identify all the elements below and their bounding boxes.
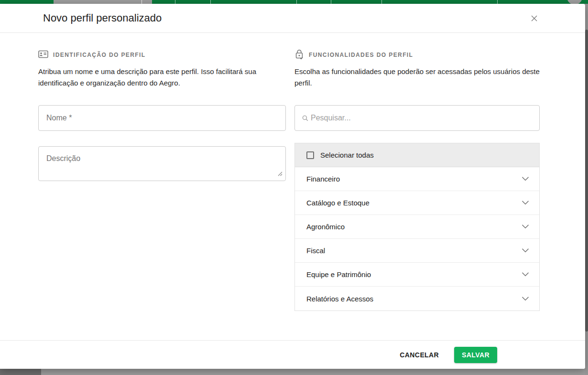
identification-heading: IDENTIFICAÇÃO DO PERFIL (53, 52, 146, 58)
tab-divider (497, 0, 498, 4)
feature-category-row[interactable]: Equipe e Patrimônio (295, 263, 539, 287)
features-description: Escolha as funcionalidades que poderão s… (294, 66, 540, 89)
chevron-down-icon[interactable] (522, 177, 529, 181)
lock-check-icon (294, 49, 304, 62)
tab-divider (296, 0, 297, 4)
chevron-down-icon[interactable] (522, 272, 529, 277)
feature-category-label: Fiscal (306, 246, 325, 255)
feature-category-label: Equipe e Patrimônio (306, 270, 371, 279)
new-profile-modal: Novo perfil personalizado (0, 4, 585, 369)
modal-body: IDENTIFICAÇÃO DO PERFIL Atribua um nome … (0, 33, 585, 311)
tab-divider (381, 0, 382, 4)
cancel-button[interactable]: CANCELAR (399, 347, 440, 363)
features-header: FUNCIONALIDADES DO PERFIL (294, 50, 540, 60)
feature-category-label: Catálogo e Estoque (306, 199, 370, 207)
feature-category-row[interactable]: Fiscal (295, 239, 539, 263)
modal-footer: CANCELAR SALVAR (0, 340, 585, 369)
screen: Novo perfil personalizado (0, 0, 588, 375)
page-scrollbar-thumb[interactable] (585, 30, 588, 332)
features-heading: FUNCIONALIDADES DO PERFIL (309, 52, 413, 58)
features-section: FUNCIONALIDADES DO PERFIL Escolha as fun… (294, 50, 540, 311)
feature-category-list: Financeiro Catálogo e Estoque (295, 167, 539, 311)
description-input[interactable] (38, 146, 286, 181)
feature-category-row[interactable]: Relatórios e Acessos (295, 287, 539, 311)
description-field-wrap (38, 146, 286, 181)
name-input[interactable] (38, 105, 286, 131)
close-icon (531, 16, 538, 23)
tab-divider (175, 0, 175, 4)
modal-title: Novo perfil personalizado (43, 12, 162, 24)
search-icon (302, 115, 308, 121)
select-all-label: Selecionar todas (320, 151, 374, 159)
search-input[interactable] (294, 105, 540, 131)
page-scrollbar[interactable] (585, 4, 588, 375)
chevron-down-icon[interactable] (522, 297, 529, 301)
select-all-row[interactable]: Selecionar todas (295, 143, 539, 167)
tab-divider (142, 0, 142, 4)
badge-id-card-icon (38, 50, 48, 60)
select-all-checkbox[interactable] (306, 151, 314, 159)
tab-divider (210, 0, 211, 4)
chevron-down-icon[interactable] (522, 225, 529, 229)
tab-divider (331, 0, 331, 4)
save-button[interactable]: SALVAR (454, 347, 497, 363)
feature-category-row[interactable]: Financeiro (295, 167, 539, 191)
identification-description: Atribua um nome e uma descrição para est… (38, 66, 286, 89)
resize-grip-icon[interactable] (278, 171, 283, 176)
browser-active-tab (54, 0, 152, 4)
feature-category-label: Relatórios e Acessos (306, 295, 373, 303)
backdrop-bottom-strip (0, 369, 41, 375)
feature-category-row[interactable]: Catálogo e Estoque (295, 191, 539, 215)
close-button[interactable] (530, 14, 539, 23)
feature-category-label: Financeiro (306, 175, 340, 183)
name-field-wrap (38, 105, 286, 131)
feature-category-label: Agronômico (306, 223, 345, 231)
search-field-wrap (294, 105, 540, 131)
modal-header: Novo perfil personalizado (0, 4, 585, 33)
chevron-down-icon[interactable] (522, 201, 529, 205)
chevron-down-icon[interactable] (522, 248, 529, 253)
browser-tab-strip (0, 0, 588, 4)
features-panel: Selecionar todas Financeiro (294, 143, 540, 311)
identification-header: IDENTIFICAÇÃO DO PERFIL (38, 50, 286, 60)
identification-section: IDENTIFICAÇÃO DO PERFIL Atribua um nome … (38, 50, 286, 311)
feature-category-row[interactable]: Agronômico (295, 215, 539, 239)
